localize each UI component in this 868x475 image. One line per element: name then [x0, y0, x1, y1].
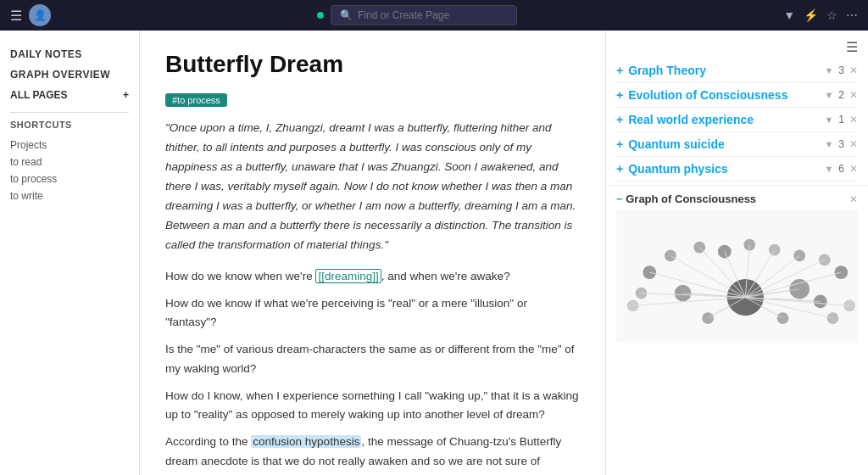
close-graph-theory[interactable]: ✕	[849, 64, 858, 76]
para-5: According to the confusion hypothesis, t…	[165, 433, 580, 475]
linked-ref-quantum-physics: + Quantum physics ▼ 6 ✕	[616, 157, 858, 182]
linked-ref-left-evolution: + Evolution of Consciousness	[616, 88, 787, 102]
shortcut-to-read[interactable]: to read	[10, 154, 129, 170]
search-icon: 🔍	[340, 9, 353, 21]
wiki-link-dreaming[interactable]: [[dreaming]]	[315, 269, 381, 283]
sidebar-item-all-pages[interactable]: ALL PAGES +	[10, 85, 129, 105]
ref-count-quantum-suicide: 3	[838, 138, 844, 150]
linked-ref-graph-theory: + Graph Theory ▼ 3 ✕	[616, 59, 858, 83]
minus-btn[interactable]: −	[616, 193, 623, 205]
filter-icon-3[interactable]: ▼	[824, 115, 833, 125]
ref-title-evolution[interactable]: Evolution of Consciousness	[628, 88, 787, 102]
shortcuts-title: SHORTCUTS	[10, 120, 129, 130]
graph-canvas	[616, 209, 858, 344]
close-evolution[interactable]: ✕	[849, 89, 858, 101]
linked-ref-quantum-suicide: + Quantum suicide ▼ 3 ✕	[616, 132, 858, 157]
para-1: How do we know when we're [[dreaming]], …	[165, 267, 580, 286]
close-quantum-physics[interactable]: ✕	[849, 163, 858, 175]
sidebar-item-daily-notes[interactable]: DAILY NOTES	[10, 44, 129, 64]
filter-icon-2[interactable]: ▼	[824, 90, 833, 100]
all-pages-label: ALL PAGES	[10, 89, 68, 101]
page-tag[interactable]: #to process	[165, 93, 227, 107]
expand-graph-theory[interactable]: +	[616, 64, 623, 77]
add-page-button[interactable]: +	[123, 89, 129, 101]
page-title: Butterfly Dream	[165, 51, 580, 78]
filter2-icon[interactable]: ⚡	[804, 8, 818, 22]
ref-title-quantum-physics[interactable]: Quantum physics	[628, 162, 727, 176]
graph-svg	[616, 209, 858, 344]
main-layout: DAILY NOTES GRAPH OVERVIEW ALL PAGES + S…	[0, 31, 868, 475]
topbar-right: ▼ ⚡ ☆ ⋯	[783, 8, 858, 22]
linked-ref-right-quantum-suicide: ▼ 3 ✕	[824, 138, 858, 150]
svg-point-13	[793, 250, 805, 262]
linked-ref-left-graph-theory: + Graph Theory	[616, 64, 706, 77]
svg-point-3	[789, 279, 810, 299]
sidebar-item-graph-overview[interactable]: GRAPH OVERVIEW	[10, 64, 129, 85]
status-dot	[317, 12, 324, 19]
filter-icon[interactable]: ▼	[783, 8, 795, 22]
close-quantum-suicide[interactable]: ✕	[849, 138, 858, 150]
sidebar-divider	[10, 112, 129, 113]
expand-quantum-suicide[interactable]: +	[616, 137, 623, 151]
linked-ref-right-quantum-physics: ▼ 6 ✕	[824, 163, 858, 175]
page-quote: "Once upon a time, I, Zhuangzi, dreamt I…	[165, 119, 580, 255]
shortcut-to-write[interactable]: to write	[10, 187, 129, 204]
filter-icon-1[interactable]: ▼	[824, 65, 833, 75]
topbar-center: 🔍	[59, 5, 775, 25]
linked-refs-list: + Graph Theory ▼ 3 ✕ + Evolution of Cons…	[606, 59, 868, 182]
para-3: Is the "me" of various dream-characters …	[165, 340, 580, 378]
ref-count-quantum-physics: 6	[838, 163, 844, 175]
ref-title-graph-theory[interactable]: Graph Theory	[628, 64, 706, 77]
topbar: ☰ 👤 🔍 ▼ ⚡ ☆ ⋯	[0, 0, 868, 31]
ref-title-real-world[interactable]: Real world experience	[628, 113, 754, 126]
shortcut-projects[interactable]: Projects	[10, 137, 129, 154]
graph-section: − Graph of Consciousness ✕	[606, 185, 868, 351]
linked-ref-right-graph-theory: ▼ 3 ✕	[824, 64, 858, 76]
ref-title-quantum-suicide[interactable]: Quantum suicide	[628, 137, 725, 151]
filter-icon-4[interactable]: ▼	[824, 139, 833, 149]
para-4: How do I know, when I experience somethi…	[165, 387, 580, 425]
linked-ref-left-quantum-physics: + Quantum physics	[616, 162, 728, 176]
linked-ref-right-real-world: ▼ 1 ✕	[824, 114, 858, 126]
star-icon[interactable]: ☆	[826, 8, 837, 22]
ref-count-graph-theory: 3	[838, 64, 844, 76]
ref-count-real-world: 1	[838, 114, 844, 126]
panel-menu-icon[interactable]: ☰	[846, 39, 858, 55]
panel-header: ☰	[606, 31, 868, 59]
svg-point-5	[777, 312, 789, 324]
shortcut-to-process[interactable]: to process	[10, 170, 129, 187]
linked-ref-real-world: + Real world experience ▼ 1 ✕	[616, 108, 858, 132]
sidebar: DAILY NOTES GRAPH OVERVIEW ALL PAGES + S…	[0, 31, 140, 475]
expand-quantum-physics[interactable]: +	[616, 162, 623, 176]
graph-header: − Graph of Consciousness ✕	[616, 193, 858, 205]
right-panel: ☰ + Graph Theory ▼ 3 ✕ + Evolution of Co…	[605, 31, 868, 475]
search-bar[interactable]: 🔍	[331, 5, 517, 25]
ref-count-evolution: 2	[838, 89, 844, 101]
linked-ref-left-real-world: + Real world experience	[616, 113, 754, 126]
more-icon[interactable]: ⋯	[846, 8, 858, 22]
expand-real-world[interactable]: +	[616, 113, 623, 126]
close-graph[interactable]: ✕	[849, 193, 858, 205]
para-2: How do we know if what we're perceiving …	[165, 294, 580, 332]
svg-point-6	[702, 312, 714, 324]
linked-ref-right-evolution: ▼ 2 ✕	[824, 89, 858, 101]
content-area: Butterfly Dream #to process "Once upon a…	[140, 31, 605, 475]
search-input[interactable]	[358, 9, 508, 21]
filter-icon-5[interactable]: ▼	[824, 164, 833, 174]
hamburger-icon[interactable]: ☰	[10, 8, 22, 24]
svg-point-14	[819, 254, 831, 265]
topbar-left: ☰ 👤	[10, 4, 51, 26]
svg-point-8	[665, 250, 676, 262]
highlight-confusion: confusion hypothesis	[251, 435, 361, 448]
svg-point-15	[834, 265, 848, 279]
linked-ref-left-quantum-suicide: + Quantum suicide	[616, 137, 725, 151]
expand-evolution[interactable]: +	[616, 88, 623, 102]
linked-ref-evolution: + Evolution of Consciousness ▼ 2 ✕	[616, 83, 858, 108]
graph-title: − Graph of Consciousness	[616, 193, 756, 205]
close-real-world[interactable]: ✕	[849, 114, 858, 126]
avatar: 👤	[29, 4, 51, 26]
